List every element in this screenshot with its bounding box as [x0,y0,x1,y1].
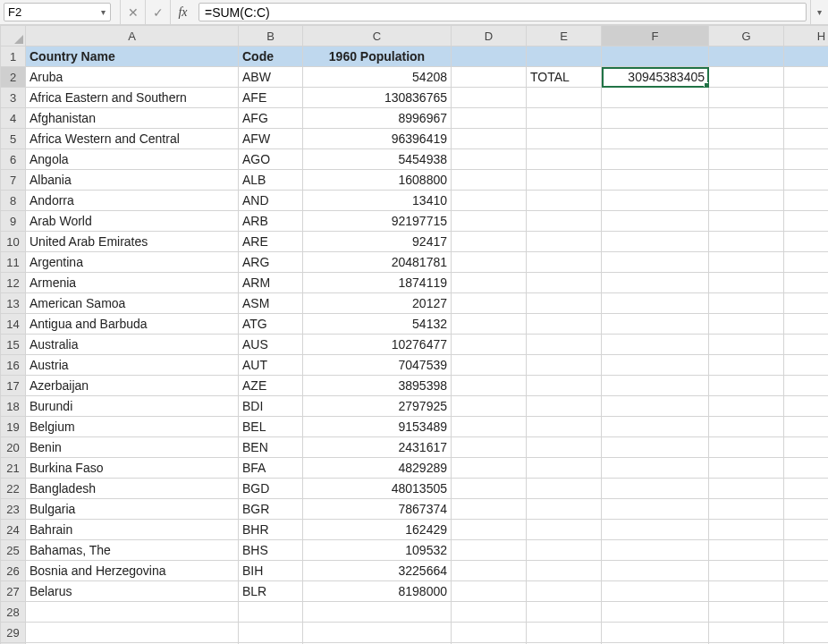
cell-F3[interactable] [602,88,709,108]
cell-E1[interactable] [527,47,602,67]
col-header-A[interactable]: A [26,26,239,47]
cell-G29[interactable] [709,623,784,643]
cell-D11[interactable] [452,252,527,273]
cell-E24[interactable] [527,520,602,540]
cell-E9[interactable] [527,211,602,232]
cell-D20[interactable] [452,437,527,458]
cell-H1[interactable] [784,47,829,67]
cell-C16[interactable]: 7047539 [303,355,452,376]
cell-A18[interactable]: Burundi [26,396,239,417]
cell-F12[interactable] [602,273,709,293]
cell-G24[interactable] [709,520,784,540]
row-header[interactable]: 29 [1,623,26,643]
cell-H10[interactable] [784,232,829,252]
cell-E29[interactable] [527,623,602,643]
row-header[interactable]: 8 [1,191,26,211]
cell-E19[interactable] [527,417,602,437]
cell-B1[interactable]: Code [239,47,303,67]
cell-E20[interactable] [527,437,602,458]
cell-G19[interactable] [709,417,784,437]
cell-G27[interactable] [709,581,784,602]
cell-C7[interactable]: 1608800 [303,170,452,191]
cell-B21[interactable]: BFA [239,458,303,479]
cell-C29[interactable] [303,623,452,643]
row-header[interactable]: 5 [1,129,26,149]
cell-B26[interactable]: BIH [239,561,303,581]
cell-F8[interactable] [602,191,709,211]
cell-H13[interactable] [784,293,829,314]
row-header[interactable]: 27 [1,581,26,602]
cell-A29[interactable] [26,623,239,643]
cell-D3[interactable] [452,88,527,108]
cell-F29[interactable] [602,623,709,643]
cell-D9[interactable] [452,211,527,232]
cell-H26[interactable] [784,561,829,581]
row-header[interactable]: 12 [1,273,26,293]
cell-B20[interactable]: BEN [239,437,303,458]
cell-B15[interactable]: AUS [239,335,303,355]
cell-H28[interactable] [784,602,829,623]
cell-H12[interactable] [784,273,829,293]
row-header[interactable]: 21 [1,458,26,479]
cell-A3[interactable]: Africa Eastern and Southern [26,88,239,108]
cell-G18[interactable] [709,396,784,417]
cell-E11[interactable] [527,252,602,273]
cell-B24[interactable]: BHR [239,520,303,540]
cell-E23[interactable] [527,499,602,520]
cell-B16[interactable]: AUT [239,355,303,376]
cell-H20[interactable] [784,437,829,458]
cell-B7[interactable]: ALB [239,170,303,191]
cell-C13[interactable]: 20127 [303,293,452,314]
col-header-C[interactable]: C [303,26,452,47]
cell-A22[interactable]: Bangladesh [26,479,239,499]
cell-F10[interactable] [602,232,709,252]
cell-E6[interactable] [527,149,602,170]
row-header[interactable]: 4 [1,108,26,129]
cell-D27[interactable] [452,581,527,602]
cell-G6[interactable] [709,149,784,170]
cell-G25[interactable] [709,540,784,561]
cell-A20[interactable]: Benin [26,437,239,458]
cell-B4[interactable]: AFG [239,108,303,129]
cell-E16[interactable] [527,355,602,376]
cell-G22[interactable] [709,479,784,499]
row-header[interactable]: 13 [1,293,26,314]
cell-C25[interactable]: 109532 [303,540,452,561]
cell-D2[interactable] [452,67,527,88]
formula-bar-expand-icon[interactable]: ▾ [810,0,828,24]
cell-C17[interactable]: 3895398 [303,376,452,396]
cell-B27[interactable]: BLR [239,581,303,602]
cell-D24[interactable] [452,520,527,540]
row-header[interactable]: 28 [1,602,26,623]
cell-A16[interactable]: Austria [26,355,239,376]
cell-B5[interactable]: AFW [239,129,303,149]
cell-D8[interactable] [452,191,527,211]
cell-F1[interactable] [602,47,709,67]
cell-H15[interactable] [784,335,829,355]
cell-A8[interactable]: Andorra [26,191,239,211]
row-header[interactable]: 19 [1,417,26,437]
cell-E3[interactable] [527,88,602,108]
cell-D19[interactable] [452,417,527,437]
cell-A12[interactable]: Armenia [26,273,239,293]
cell-H4[interactable] [784,108,829,129]
spreadsheet-grid[interactable]: A B C D E F G H 1Country NameCode1960 Po… [0,25,828,644]
row-header[interactable]: 22 [1,479,26,499]
row-header[interactable]: 20 [1,437,26,458]
row-header[interactable]: 7 [1,170,26,191]
cell-H2[interactable] [784,67,829,88]
cell-C10[interactable]: 92417 [303,232,452,252]
cell-A4[interactable]: Afghanistan [26,108,239,129]
cell-H21[interactable] [784,458,829,479]
row-header[interactable]: 6 [1,149,26,170]
cell-H29[interactable] [784,623,829,643]
row-header[interactable]: 26 [1,561,26,581]
cell-C18[interactable]: 2797925 [303,396,452,417]
cell-G1[interactable] [709,47,784,67]
cell-D12[interactable] [452,273,527,293]
cell-C20[interactable]: 2431617 [303,437,452,458]
cell-F20[interactable] [602,437,709,458]
cell-H9[interactable] [784,211,829,232]
cell-H22[interactable] [784,479,829,499]
cell-E8[interactable] [527,191,602,211]
